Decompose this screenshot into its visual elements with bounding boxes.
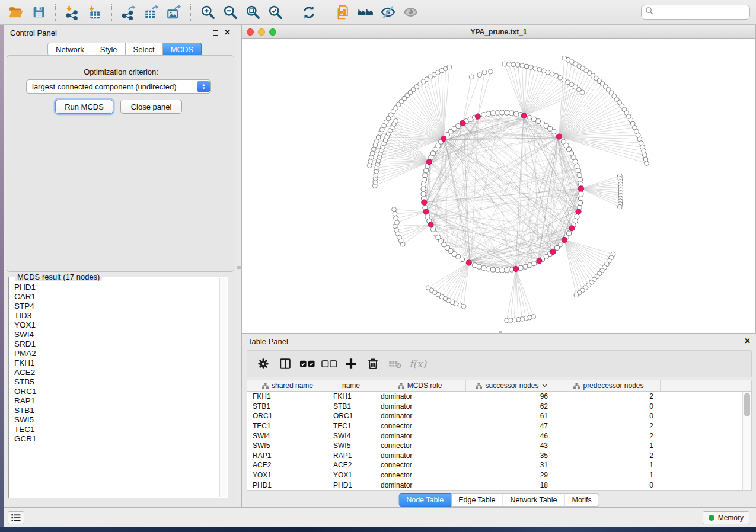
table-row[interactable]: FKH1FKH1dominator962	[247, 392, 742, 402]
mcds-result-item[interactable]: SWI5	[14, 415, 219, 425]
optimization-criterion-select[interactable]: largest connected component (undirected)…	[26, 79, 211, 94]
export-network-icon[interactable]	[119, 4, 138, 21]
run-mcds-button[interactable]: Run MCDS	[55, 100, 113, 114]
table-cell: ACE2	[328, 461, 374, 469]
table-cell: SWI4	[247, 432, 328, 440]
search-input[interactable]	[654, 7, 749, 18]
table-scrollbar-thumb[interactable]	[744, 393, 750, 416]
network-canvas[interactable]	[242, 39, 755, 333]
table-cell: FKH1	[247, 392, 328, 400]
add-column-icon[interactable]	[341, 354, 361, 374]
import-network-icon[interactable]	[63, 4, 82, 21]
table-options-icon[interactable]	[253, 354, 273, 374]
show-columns-icon[interactable]	[275, 354, 295, 374]
show-log-button[interactable]	[8, 511, 24, 524]
float-window-icon[interactable]	[733, 339, 738, 344]
table-row[interactable]: ORC1ORC1dominator610	[247, 411, 742, 421]
mcds-result-item[interactable]: PHD1	[14, 283, 219, 292]
table-cell: 0	[557, 481, 661, 489]
apply-layout-icon[interactable]	[299, 4, 318, 21]
search-icon	[645, 7, 654, 18]
hide-graphics-details-icon[interactable]	[378, 4, 397, 21]
mcds-result-item[interactable]: RAP1	[14, 396, 219, 406]
mcds-result-item[interactable]: TEC1	[14, 425, 219, 434]
first-neighbors-icon[interactable]	[356, 4, 375, 21]
table-cell: 62	[466, 402, 557, 411]
export-table-icon[interactable]	[142, 4, 161, 21]
import-table-icon[interactable]	[85, 4, 104, 21]
zoom-in-icon[interactable]	[198, 4, 217, 21]
table-scrollbar[interactable]	[742, 392, 751, 490]
mcds-result-item[interactable]: CAR1	[14, 292, 219, 302]
zoom-out-icon[interactable]	[221, 4, 240, 21]
tab-node-table[interactable]: Node Table	[398, 493, 451, 507]
mcds-result-item[interactable]: STB1	[14, 406, 219, 415]
toolbar-separator	[292, 4, 292, 21]
open-session-icon[interactable]	[7, 4, 25, 21]
table-row[interactable]: SWI4SWI4dominator462	[247, 431, 742, 441]
zoom-fit-icon[interactable]	[243, 4, 262, 21]
column-header-shared-name[interactable]: shared name	[247, 380, 328, 391]
tab-network-table[interactable]: Network Table	[503, 493, 565, 507]
table-row[interactable]: ACE2ACE2connector311	[247, 460, 742, 470]
mcds-result-item[interactable]: STP4	[14, 302, 219, 311]
close-panel-icon[interactable]: ✕	[224, 29, 231, 36]
zoom-selected-icon[interactable]	[266, 4, 285, 21]
column-header-mcds-role[interactable]: MCDS role	[374, 380, 466, 391]
table-row[interactable]: STB1STB1dominator620	[247, 402, 742, 412]
tab-select[interactable]: Select	[126, 43, 163, 56]
table-cell: ACE2	[247, 461, 328, 469]
mcds-result-item[interactable]: STB5	[14, 377, 219, 387]
close-panel-icon[interactable]: ✕	[744, 338, 751, 344]
column-header-name[interactable]: name	[328, 380, 374, 391]
table-cell: RAP1	[328, 451, 374, 460]
tab-network[interactable]: Network	[47, 43, 92, 56]
mcds-result-item[interactable]: PMA2	[14, 349, 219, 358]
tab-style[interactable]: Style	[92, 43, 126, 56]
mcds-result-item[interactable]: SWI4	[14, 330, 219, 339]
tab-mcds[interactable]: MCDS	[163, 43, 202, 56]
network-graph[interactable]	[242, 39, 755, 333]
save-session-icon[interactable]	[29, 4, 48, 21]
memory-button[interactable]: Memory	[703, 511, 749, 524]
deselect-all-checks-icon[interactable]	[319, 354, 339, 374]
show-graphics-details-icon[interactable]	[401, 4, 420, 21]
table-row[interactable]: SWI5SWI5connector431	[247, 441, 742, 451]
mcds-result-item[interactable]: YOX1	[14, 321, 219, 330]
select-all-checks-icon[interactable]	[297, 354, 317, 374]
close-panel-button[interactable]: Close panel	[120, 100, 182, 114]
status-bar: Memory	[4, 507, 756, 527]
search-box[interactable]	[641, 5, 750, 20]
network-document-icon[interactable]	[333, 4, 352, 21]
close-window-icon[interactable]	[247, 28, 254, 36]
table-row[interactable]: PHD1PHD1dominator180	[247, 480, 742, 490]
column-header-successor-nodes[interactable]: successor nodes	[466, 380, 557, 391]
mcds-result-scrollbar[interactable]	[219, 278, 227, 497]
tab-motifs[interactable]: Motifs	[564, 493, 599, 507]
column-header-predecessor-nodes[interactable]: predecessor nodes	[557, 380, 661, 391]
mcds-result-list[interactable]: PHD1CAR1STP4TID3YOX1SWI4SRD1PMA2FKH1ACE2…	[9, 279, 219, 497]
mcds-result-item[interactable]: SRD1	[14, 339, 219, 349]
float-window-icon[interactable]	[213, 30, 218, 36]
table-row[interactable]: TEC1TEC1connector472	[247, 421, 742, 431]
table-cell: 0	[557, 412, 661, 420]
mcds-result-item[interactable]: ORC1	[14, 387, 219, 396]
table-cell: 2	[557, 451, 661, 460]
table-row[interactable]: RAP1RAP1dominator352	[247, 451, 742, 461]
table-cell: connector	[374, 441, 466, 450]
table-cell: 0	[557, 402, 661, 411]
network-window-titlebar[interactable]: YPA_prune.txt_1	[242, 25, 755, 39]
vertical-splitter-handle[interactable]	[237, 266, 241, 269]
table-panel: Table Panel ✕ f(x) shared name	[241, 334, 756, 507]
tab-edge-table[interactable]: Edge Table	[451, 493, 503, 507]
maximize-window-icon[interactable]	[269, 28, 276, 36]
export-image-icon[interactable]	[164, 4, 183, 21]
mcds-result-item[interactable]: ACE2	[14, 368, 219, 377]
minimize-window-icon[interactable]	[258, 28, 265, 36]
mcds-result-item[interactable]: FKH1	[14, 358, 219, 368]
mcds-result-item[interactable]: TID3	[14, 311, 219, 321]
mcds-result-item[interactable]: GCR1	[14, 434, 219, 444]
table-row[interactable]: YOX1YOX1connector291	[247, 470, 742, 480]
node-table-body[interactable]: FKH1FKH1dominator962STB1STB1dominator620…	[247, 392, 742, 490]
delete-columns-icon[interactable]	[363, 354, 383, 374]
